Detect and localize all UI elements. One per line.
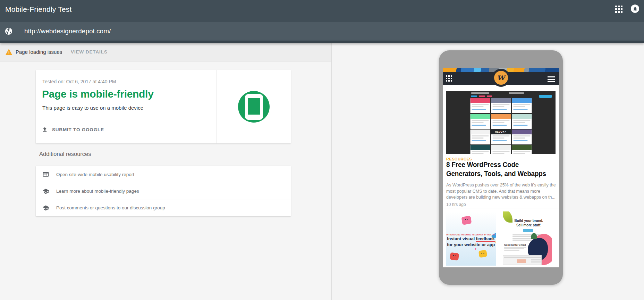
upload-icon	[42, 126, 48, 133]
ad-kicker-text: INTRODUCING INCOMING FEEDBACK BY HOTJAR	[446, 234, 496, 236]
result-icon-section	[217, 70, 291, 143]
submit-to-google-label: SUBMIT TO GOOGLE	[52, 127, 104, 132]
result-card: Tested on: Oct 6, 2017 at 4:40 PM Page i…	[36, 70, 291, 143]
ad-right-button	[523, 229, 533, 232]
resource-label: Learn more about mobile-friendly pages	[56, 189, 139, 194]
article-divider	[443, 208, 559, 208]
site-logo: w	[492, 69, 510, 87]
tested-on-text: Tested on: Oct 6, 2017 at 4:40 PM	[42, 79, 116, 84]
results-pane: Page loading issues VIEW DETAILS Tested …	[0, 43, 332, 300]
resource-learn-more[interactable]: Learn more about mobile-friendly pages	[36, 183, 291, 199]
resource-discussion-group[interactable]: Post comments or questions to our discus…	[36, 199, 291, 216]
email-builder-thumbnail	[503, 255, 542, 265]
theme-card	[512, 114, 532, 129]
warning-icon	[5, 49, 12, 55]
email-ad: Build your brand.Sell more stuff. Send b…	[501, 211, 552, 266]
theme-card	[512, 98, 532, 113]
verdict-description: This page is easy to use on a mobile dev…	[42, 105, 143, 111]
page-loading-issues-banner: Page loading issues VIEW DETAILS	[0, 43, 331, 61]
report-icon	[42, 171, 49, 178]
theme-card	[470, 130, 490, 144]
article-excerpt: As WordPress pushes over 25% of the web …	[446, 182, 557, 201]
resource-label: Open site-wide mobile usability report	[56, 172, 134, 177]
gallery-grid: REDUX✓	[470, 98, 532, 154]
bell-icon[interactable]	[631, 5, 639, 13]
site-apps-grid-icon	[446, 75, 452, 82]
school-icon	[42, 188, 49, 195]
theme-card	[470, 114, 490, 129]
mobile-friendly-test-app: Mobile-Friendly Test http://webdesignerd…	[0, 0, 644, 300]
theme-card	[512, 130, 532, 144]
article-timestamp: 10 hrs ago	[446, 202, 466, 207]
happy-bubble-icon	[461, 216, 472, 225]
angry-bubble-icon	[450, 252, 459, 260]
page-title: Mobile-Friendly Test	[5, 5, 72, 14]
additional-resources-card: Open site-wide mobile usability report L…	[36, 166, 291, 216]
ad-right-headline: Build your brand.Sell more stuff.	[510, 218, 548, 227]
theme-card	[491, 145, 511, 154]
school-icon	[42, 205, 49, 211]
phone-screen: w REDUX✓ RESOURCES 8 Free WordPress Code…	[443, 68, 559, 267]
hotjar-ad: INTRODUCING INCOMING FEEDBACK BY HOTJAR …	[446, 211, 496, 266]
resource-usability-report[interactable]: Open site-wide mobile usability report	[36, 166, 291, 183]
apps-grid-icon[interactable]	[615, 6, 622, 13]
view-details-link[interactable]: VIEW DETAILS	[71, 49, 108, 55]
ad-headline-line2: for your website or app	[446, 242, 496, 247]
url-bar: http://webdesignerdepot.com/	[0, 22, 644, 41]
article-headline: 8 Free WordPress Code Generators, Tools,…	[446, 160, 556, 178]
theme-card	[491, 114, 511, 129]
theme-card	[470, 98, 490, 113]
globe-icon	[5, 27, 12, 35]
resource-label: Post comments or questions to our discus…	[56, 205, 165, 210]
verdict-heading: Page is mobile-friendly	[42, 88, 154, 100]
gallery-blue-button	[539, 95, 552, 98]
url-field[interactable]: http://webdesignerdepot.com/	[24, 22, 111, 41]
submit-to-google-button[interactable]: SUBMIT TO GOOGLE	[42, 126, 104, 133]
theme-card	[512, 145, 532, 154]
phone-mockup: w REDUX✓ RESOURCES 8 Free WordPress Code…	[439, 50, 563, 285]
additional-resources-heading: Additional resources	[39, 151, 91, 157]
theme-card	[491, 98, 511, 113]
mobile-phone-icon	[238, 91, 270, 123]
ad-headline-line1: Instant visual feedback	[446, 236, 496, 241]
plant-decoration	[531, 233, 537, 239]
header-divider	[0, 41, 644, 43]
theme-card	[470, 145, 490, 154]
title-bar: Mobile-Friendly Test	[0, 0, 644, 22]
hamburger-icon	[548, 76, 555, 83]
banner-message: Page loading issues	[16, 49, 62, 55]
theme-card: REDUX✓	[491, 130, 511, 144]
preview-pane: w REDUX✓ RESOURCES 8 Free WordPress Code…	[332, 43, 644, 300]
ad-right-subheadline: Send better email	[504, 243, 526, 247]
theme-gallery-screenshot: REDUX✓	[446, 91, 556, 154]
neutral-bubble-icon	[478, 250, 487, 258]
